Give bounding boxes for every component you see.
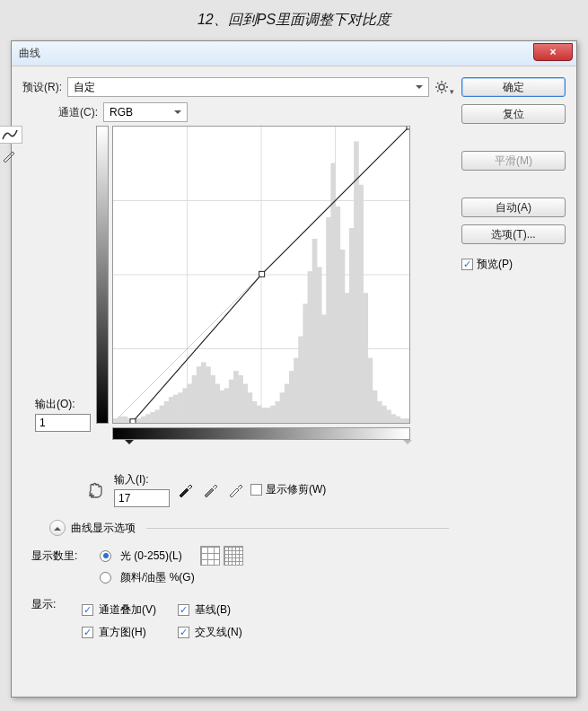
show-label: 显示: <box>31 597 73 612</box>
grid-small-button[interactable] <box>224 546 243 566</box>
svg-rect-71 <box>368 358 373 423</box>
svg-rect-35 <box>201 362 206 423</box>
svg-rect-52 <box>280 392 285 423</box>
svg-rect-55 <box>294 358 299 423</box>
svg-rect-43 <box>238 375 243 423</box>
pencil-tool-button[interactable] <box>0 147 22 165</box>
pencil-icon <box>2 150 18 162</box>
gray-eyedropper-button[interactable] <box>202 482 218 498</box>
svg-rect-74 <box>382 406 387 423</box>
svg-rect-21 <box>136 418 142 423</box>
svg-rect-82 <box>407 127 409 129</box>
input-input[interactable] <box>114 489 170 507</box>
titlebar: 曲线 × <box>12 41 576 66</box>
check-baseline[interactable] <box>178 604 189 616</box>
curve-display-label: 曲线显示选项 <box>71 521 136 536</box>
curves-dialog: 曲线 × 预设(R): 自定 ▾ 通道(C): RGB <box>11 40 577 698</box>
window-title: 曲线 <box>19 46 40 61</box>
svg-rect-54 <box>289 371 294 423</box>
svg-rect-44 <box>242 384 248 423</box>
ok-button-label: 确定 <box>503 80 524 95</box>
output-input[interactable] <box>35 414 91 432</box>
smooth-button[interactable]: 平滑(M) <box>461 151 566 171</box>
grid-large-button[interactable] <box>200 546 220 566</box>
ok-button[interactable]: 确定 <box>461 77 566 97</box>
svg-rect-39 <box>220 391 225 423</box>
show-amount-label: 显示数里: <box>31 549 91 564</box>
svg-rect-65 <box>340 250 346 423</box>
preview-checkbox[interactable] <box>461 259 473 270</box>
show-clipping-checkbox[interactable] <box>250 484 262 496</box>
svg-rect-59 <box>312 239 318 423</box>
preset-menu-button[interactable]: ▾ <box>434 80 449 94</box>
svg-line-5 <box>437 83 439 84</box>
svg-rect-78 <box>400 418 406 423</box>
svg-rect-47 <box>257 406 262 423</box>
hand-icon <box>85 479 107 501</box>
svg-rect-67 <box>349 228 355 423</box>
svg-rect-53 <box>285 384 290 423</box>
radio-light[interactable] <box>100 550 111 562</box>
check-intersection[interactable] <box>178 627 189 638</box>
svg-rect-16 <box>113 418 118 423</box>
svg-rect-75 <box>386 410 391 423</box>
input-label: 输入(I): <box>114 472 149 487</box>
curve-tool-button[interactable] <box>0 126 22 144</box>
svg-rect-79 <box>405 418 409 423</box>
preview-label: 预览(P) <box>477 257 513 272</box>
black-point-slider[interactable] <box>125 440 134 449</box>
svg-rect-45 <box>248 392 253 423</box>
svg-rect-27 <box>164 401 170 423</box>
channel-dropdown[interactable]: RGB <box>103 102 188 122</box>
svg-rect-18 <box>122 417 127 423</box>
check-histogram-label: 直方图(H) <box>99 625 146 640</box>
svg-rect-73 <box>377 401 382 423</box>
svg-rect-69 <box>358 185 364 423</box>
curve-icon <box>2 128 18 141</box>
curve-display-expander[interactable] <box>49 520 66 536</box>
options-button[interactable]: 选项(T)... <box>461 224 566 244</box>
svg-rect-58 <box>308 271 313 423</box>
svg-rect-32 <box>188 384 193 423</box>
svg-rect-61 <box>321 314 327 423</box>
curve-graph[interactable] <box>112 126 410 424</box>
check-channel-overlay[interactable] <box>82 604 93 616</box>
white-eyedropper-button[interactable] <box>227 482 243 498</box>
svg-point-0 <box>439 84 444 90</box>
reset-button[interactable]: 复位 <box>461 104 566 124</box>
svg-rect-26 <box>160 406 165 423</box>
svg-rect-30 <box>178 392 183 423</box>
white-point-slider[interactable] <box>403 440 412 449</box>
check-channel-overlay-label: 通道叠加(V) <box>99 602 156 618</box>
svg-rect-41 <box>229 380 234 423</box>
auto-button-label: 自动(A) <box>496 200 531 215</box>
radio-pigment[interactable] <box>100 572 111 584</box>
svg-rect-25 <box>154 410 160 423</box>
svg-rect-76 <box>391 414 396 423</box>
svg-rect-81 <box>259 271 265 276</box>
close-icon: × <box>549 46 556 58</box>
radio-light-label: 光 (0-255)(L) <box>120 549 182 564</box>
check-baseline-label: 基线(B) <box>195 602 231 618</box>
show-clipping-label: 显示修剪(W) <box>266 482 326 497</box>
svg-rect-42 <box>233 371 239 423</box>
preset-dropdown[interactable]: 自定 <box>67 77 429 97</box>
close-button[interactable]: × <box>533 43 573 61</box>
svg-rect-38 <box>215 384 220 423</box>
target-adjust-button[interactable] <box>85 479 107 501</box>
svg-rect-31 <box>182 388 188 423</box>
svg-rect-33 <box>192 375 197 423</box>
auto-button[interactable]: 自动(A) <box>461 198 566 217</box>
output-gradient <box>96 126 109 424</box>
svg-rect-49 <box>266 408 271 423</box>
svg-rect-70 <box>363 293 368 423</box>
svg-rect-57 <box>303 303 308 423</box>
preset-value: 自定 <box>74 80 95 95</box>
check-histogram[interactable] <box>82 627 93 638</box>
svg-rect-66 <box>345 293 350 423</box>
chevron-down-icon: ▾ <box>450 87 454 96</box>
svg-rect-29 <box>173 395 179 423</box>
black-eyedropper-button[interactable] <box>177 482 193 498</box>
svg-rect-68 <box>354 142 359 424</box>
svg-rect-17 <box>118 417 123 423</box>
